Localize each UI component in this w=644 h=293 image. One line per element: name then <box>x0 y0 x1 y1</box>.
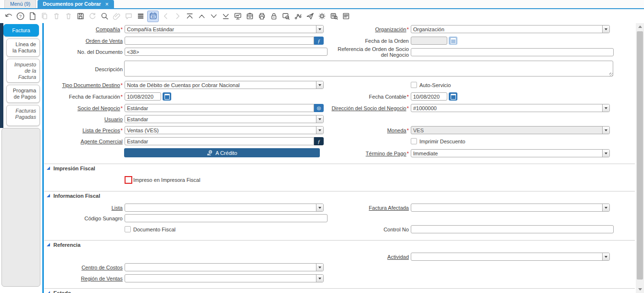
calendar-picker-icon[interactable] <box>449 92 457 101</box>
actividad-combobox[interactable] <box>411 253 610 261</box>
organizacion-combobox[interactable]: Organización <box>411 25 610 33</box>
compania-combobox[interactable]: Compañía Estándar <box>125 25 324 33</box>
section-referencia[interactable]: Referencia <box>47 242 80 248</box>
usuario-combobox[interactable]: Estandar <box>125 115 324 123</box>
archive-icon[interactable] <box>244 11 255 22</box>
previous-record-icon[interactable] <box>196 11 207 22</box>
sidebar-tab-factura[interactable]: Factura <box>3 24 39 37</box>
calendar-picker-icon[interactable] <box>163 92 171 101</box>
close-icon[interactable]: × <box>105 1 109 7</box>
direccion-socio-label[interactable]: Dirección del Socio del Negocio <box>331 105 406 111</box>
region-ventas-label[interactable]: Región de Ventas <box>81 276 123 281</box>
delete-selection-icon[interactable] <box>63 11 74 22</box>
chevron-down-icon[interactable] <box>602 25 609 33</box>
section-informacion-fiscal[interactable]: Informacion Fiscal <box>47 193 100 199</box>
lista-combobox[interactable] <box>125 204 324 212</box>
socio-negocio-input[interactable] <box>125 104 314 112</box>
moneda-label[interactable]: Moneda <box>387 127 406 133</box>
chevron-down-icon[interactable] <box>602 204 609 211</box>
scrollbar-thumb[interactable] <box>637 31 643 280</box>
orden-venta-input[interactable] <box>125 37 314 45</box>
tipo-documento-label[interactable]: Tipo Documento Destino <box>62 82 120 88</box>
socio-negocio-label[interactable]: Socio del Negocio <box>77 105 120 111</box>
chevron-down-icon[interactable] <box>602 127 609 134</box>
auto-servicio-checkbox[interactable] <box>411 82 417 88</box>
chevron-down-icon[interactable] <box>316 264 323 271</box>
region-ventas-combobox[interactable] <box>125 274 324 282</box>
calendar-icon[interactable]: 31 <box>147 11 159 22</box>
print-icon[interactable] <box>256 11 267 22</box>
attachment-icon[interactable] <box>111 11 122 22</box>
resize-grip-icon[interactable] <box>609 73 613 76</box>
termino-pago-label[interactable]: Término de Pago <box>366 151 406 156</box>
record-info-icon[interactable] <box>280 11 291 22</box>
organizacion-label[interactable]: Organización <box>375 26 406 32</box>
actividad-label[interactable]: Actividad <box>387 254 409 260</box>
chevron-down-icon[interactable] <box>316 25 323 33</box>
chevron-left-icon[interactable] <box>160 11 171 22</box>
referencia-orden-input[interactable] <box>411 48 614 56</box>
agente-comercial-label[interactable]: Agente Comercial <box>81 139 123 144</box>
factura-afectada-combobox[interactable] <box>411 204 610 212</box>
lista-precios-label[interactable]: Lista de Precios <box>82 127 120 133</box>
calendar-picker-icon[interactable] <box>449 37 457 45</box>
tab-menu[interactable]: Menú (9) <box>4 0 36 8</box>
sidebar-tab-impuesto-factura[interactable]: Impuesto de la Factura <box>6 59 40 83</box>
tipo-documento-combobox[interactable]: Nota de Débito de Cuentas por Cobrar Nac… <box>125 81 324 89</box>
compania-label[interactable]: Compañía <box>96 26 120 32</box>
fecha-contable-input[interactable] <box>411 92 447 101</box>
delete-record-icon[interactable] <box>51 11 62 22</box>
section-impresion-fiscal[interactable]: Impresión Fiscal <box>47 166 95 171</box>
section-estado[interactable]: Estado <box>47 290 71 293</box>
socio-negocio-info-button[interactable]: ◎ <box>314 104 324 112</box>
last-record-icon[interactable] <box>220 11 231 22</box>
tab-documentos-por-cobrar[interactable]: Documentos por Cobrar × <box>38 0 114 8</box>
send-icon[interactable] <box>304 11 315 22</box>
chart-icon[interactable] <box>232 11 243 22</box>
first-record-icon[interactable] <box>184 11 195 22</box>
chevron-down-icon[interactable] <box>316 115 323 123</box>
impreso-impresora-fiscal-checkbox[interactable] <box>125 176 132 184</box>
vertical-scrollbar[interactable] <box>636 23 644 293</box>
fecha-facturacion-input[interactable] <box>125 92 161 101</box>
orden-venta-zoom-button[interactable]: ƒ <box>314 37 324 45</box>
chevron-down-icon[interactable] <box>316 275 323 282</box>
orden-venta-label[interactable]: Orden de Venta <box>86 38 123 44</box>
centro-costos-combobox[interactable] <box>125 263 324 271</box>
control-no-input[interactable] <box>411 225 614 233</box>
grid-toggle-icon[interactable] <box>135 11 146 22</box>
copy-record-icon[interactable] <box>39 11 50 22</box>
descripcion-textarea[interactable] <box>124 61 613 76</box>
find-icon[interactable] <box>99 11 110 22</box>
centro-costos-label[interactable]: Centro de Costos <box>81 265 123 270</box>
scroll-down-icon[interactable] <box>636 286 644 293</box>
lista-label[interactable]: Lista <box>112 205 123 211</box>
scroll-up-icon[interactable] <box>636 23 644 30</box>
save-icon[interactable] <box>75 11 86 22</box>
sidebar-tab-facturas-pagadas[interactable]: Facturas Pagadas <box>6 105 40 126</box>
chevron-down-icon[interactable] <box>602 104 609 112</box>
lista-precios-combobox[interactable]: Ventas (VES) <box>125 126 324 134</box>
chevron-down-icon[interactable] <box>602 150 609 157</box>
documento-fiscal-checkbox[interactable] <box>125 226 131 232</box>
chat-icon[interactable] <box>123 11 134 22</box>
chevron-down-icon[interactable] <box>602 253 609 260</box>
lock-icon[interactable] <box>268 11 279 22</box>
chevron-right-icon[interactable] <box>172 11 183 22</box>
termino-pago-combobox[interactable]: Immediate <box>411 149 610 157</box>
no-documento-input[interactable] <box>125 48 328 56</box>
next-record-icon[interactable] <box>208 11 219 22</box>
workflow-icon[interactable] <box>292 11 303 22</box>
agente-comercial-input[interactable] <box>125 137 314 145</box>
preferences-icon[interactable] <box>316 11 327 22</box>
agente-comercial-zoom-button[interactable]: ƒ <box>314 137 324 145</box>
factura-afectada-label[interactable]: Factura Afectada <box>369 205 409 211</box>
codigo-sunagro-input[interactable] <box>125 214 328 222</box>
moneda-combobox[interactable]: VES <box>411 126 610 134</box>
undo-icon[interactable] <box>3 11 13 22</box>
report-icon[interactable] <box>328 11 339 22</box>
direccion-socio-combobox[interactable]: #1000000 <box>411 104 610 112</box>
print-preview-icon[interactable] <box>341 11 351 22</box>
chevron-down-icon[interactable] <box>316 127 323 134</box>
refresh-icon[interactable] <box>87 11 98 22</box>
